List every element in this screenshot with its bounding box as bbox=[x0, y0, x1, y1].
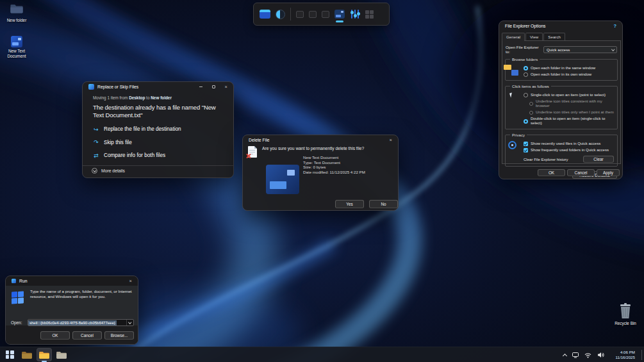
folder-options-titlebar[interactable]: File Explorer Options ? bbox=[499, 21, 622, 31]
windows-start-icon bbox=[6, 350, 14, 359]
source-folder: Desktop bbox=[129, 95, 145, 100]
run-dialog: Run × Type the name of a program, folder… bbox=[5, 276, 138, 345]
desktop-icon-recycle-bin[interactable]: Recycle Bin bbox=[609, 302, 642, 326]
taskbar-item-folder-window-active[interactable] bbox=[37, 348, 52, 361]
dialog-title: Delete File bbox=[249, 138, 270, 142]
blue-tiles-icon[interactable] bbox=[334, 10, 345, 19]
radio-selected-icon bbox=[524, 119, 528, 124]
checkbox-frequent-folders[interactable]: Show frequently used folders in Quick ac… bbox=[524, 148, 614, 152]
folder-icon bbox=[21, 350, 33, 359]
windows-logo-icon bbox=[12, 291, 24, 304]
radio-underline-point[interactable]: Underline icon titles only when I point … bbox=[524, 110, 614, 115]
toolbar-divider bbox=[290, 8, 291, 21]
run-dialog-titlebar[interactable]: Run × bbox=[6, 276, 138, 286]
maximize-icon[interactable] bbox=[212, 85, 215, 88]
folder-icon bbox=[56, 350, 67, 359]
delete-dialog-titlebar[interactable]: Delete File × bbox=[243, 135, 398, 145]
sliders-icon[interactable] bbox=[350, 10, 360, 19]
radio-icon bbox=[524, 72, 528, 77]
delete-confirmation-text: Are you sure you want to permanently del… bbox=[262, 146, 395, 151]
more-details-label: More details bbox=[101, 169, 125, 173]
taskbar-clock[interactable]: 4:06 PM 11/16/2025 bbox=[615, 350, 635, 360]
desktop-icon-label: New folder bbox=[0, 18, 33, 23]
ghost-window-icon[interactable] bbox=[322, 11, 329, 18]
radio-label: Open each folder in its own window bbox=[531, 72, 591, 77]
active-indicator bbox=[336, 21, 343, 22]
close-icon[interactable]: × bbox=[225, 85, 227, 89]
apply-button[interactable]: Apply bbox=[597, 169, 620, 176]
combobox-dropdown-button[interactable] bbox=[126, 320, 133, 325]
minimize-icon[interactable] bbox=[199, 86, 202, 87]
run-command-value: shell:::{bb06c0e4-d293-4f75-8a90-cb05b64… bbox=[28, 320, 117, 325]
radio-underline-consistent[interactable]: Underline icon titles consistent with my… bbox=[524, 99, 614, 108]
radio-icon bbox=[529, 102, 533, 106]
desktop-icon-new-text-document[interactable]: New Text Document bbox=[0, 36, 33, 58]
grid-icon[interactable] bbox=[365, 10, 374, 19]
option-compare-files[interactable]: ⇄ Compare info for both files bbox=[93, 152, 223, 159]
radio-own-window[interactable]: Open each folder in its own window bbox=[524, 72, 614, 77]
taskbar-item-folder-window[interactable] bbox=[54, 348, 69, 361]
radio-double-click[interactable]: Double-click to open an item (single-cli… bbox=[524, 117, 614, 126]
close-icon[interactable]: × bbox=[390, 138, 392, 142]
help-icon[interactable]: ? bbox=[613, 23, 616, 29]
ghost-window-icon[interactable] bbox=[309, 11, 317, 18]
recycle-bin-icon bbox=[617, 302, 634, 320]
radio-label: Single-click to open an item (point to s… bbox=[531, 93, 606, 97]
dropdown-value: Quick access bbox=[547, 47, 570, 52]
tab-general[interactable]: General bbox=[502, 33, 525, 41]
move-files-icon bbox=[88, 84, 94, 90]
taskbar: 4:06 PM 11/16/2025 bbox=[0, 347, 644, 362]
volume-icon[interactable] bbox=[597, 352, 604, 358]
dialog-title: Run bbox=[19, 279, 27, 283]
folder-icon bbox=[0, 3, 33, 17]
option-skip-file[interactable]: ↷ Skip this file bbox=[93, 139, 223, 145]
replace-arrow-icon: ↪ bbox=[93, 126, 99, 133]
run-command-combobox[interactable]: shell:::{bb06c0e4-d293-4f75-8a90-cb05b64… bbox=[28, 319, 134, 326]
replace-dialog-titlebar[interactable]: Replace or Skip Files × bbox=[83, 82, 233, 92]
close-icon[interactable]: × bbox=[129, 279, 132, 283]
wifi-icon[interactable] bbox=[584, 352, 591, 358]
show-desktop-button[interactable] bbox=[641, 350, 644, 360]
cancel-button[interactable]: Cancel bbox=[567, 169, 595, 176]
display-icon[interactable] bbox=[572, 352, 579, 358]
skip-arrow-icon: ↷ bbox=[93, 139, 99, 145]
radio-label: Underline icon titles consistent with my… bbox=[536, 99, 614, 108]
tab-search[interactable]: Search bbox=[543, 33, 565, 40]
radio-single-click[interactable]: Single-click to open an item (point to s… bbox=[524, 93, 614, 97]
option-replace-file[interactable]: ↪ Replace the file in the destination bbox=[93, 126, 223, 133]
yes-button[interactable]: Yes bbox=[335, 200, 364, 208]
checkbox-recent-files[interactable]: Show recently used files in Quick access bbox=[524, 142, 614, 146]
ok-button[interactable]: OK bbox=[40, 331, 70, 340]
radio-same-window[interactable]: Open each folder in the same window bbox=[524, 66, 614, 70]
hidden-icons-chevron[interactable] bbox=[563, 353, 566, 358]
more-details-toggle[interactable]: More details bbox=[83, 165, 233, 176]
browse-button[interactable]: Browse... bbox=[104, 331, 134, 340]
open-explorer-to-label: Open File Explorer to: bbox=[506, 45, 543, 54]
file-type: Type: Text Document bbox=[303, 160, 365, 165]
taskbar-item-file-explorer[interactable] bbox=[19, 348, 35, 361]
radio-selected-icon bbox=[524, 66, 528, 70]
option-label: Replace the file in the destination bbox=[104, 126, 181, 132]
open-explorer-to-dropdown[interactable]: Quick access bbox=[543, 46, 617, 53]
window-icon[interactable] bbox=[260, 10, 270, 19]
option-label: Skip this file bbox=[104, 140, 132, 145]
ghost-window-icon[interactable] bbox=[296, 11, 304, 18]
click-items-group: Click items as follows Single-click to o… bbox=[505, 86, 618, 129]
checkbox-checked-icon bbox=[524, 148, 528, 152]
clear-button[interactable]: Clear bbox=[583, 156, 614, 163]
group-title: Browse folders bbox=[510, 57, 540, 62]
text-document-icon bbox=[11, 36, 22, 47]
no-button[interactable]: No bbox=[369, 200, 398, 208]
ok-button[interactable]: OK bbox=[538, 169, 565, 176]
cancel-button[interactable]: Cancel bbox=[72, 331, 102, 340]
contrast-circle-icon[interactable] bbox=[276, 10, 285, 19]
group-title: Click items as follows bbox=[510, 84, 551, 88]
start-button[interactable] bbox=[2, 348, 17, 361]
desktop-icon-new-folder[interactable]: New folder bbox=[0, 3, 33, 23]
red-x-icon bbox=[245, 153, 251, 159]
chevron-down-icon bbox=[611, 47, 615, 51]
moving-status-text: Moving 1 item from Desktop to New folder bbox=[93, 95, 223, 100]
option-label: Compare info for both files bbox=[104, 152, 165, 158]
tab-view[interactable]: View bbox=[525, 33, 543, 40]
compare-arrows-icon: ⇄ bbox=[93, 152, 99, 159]
